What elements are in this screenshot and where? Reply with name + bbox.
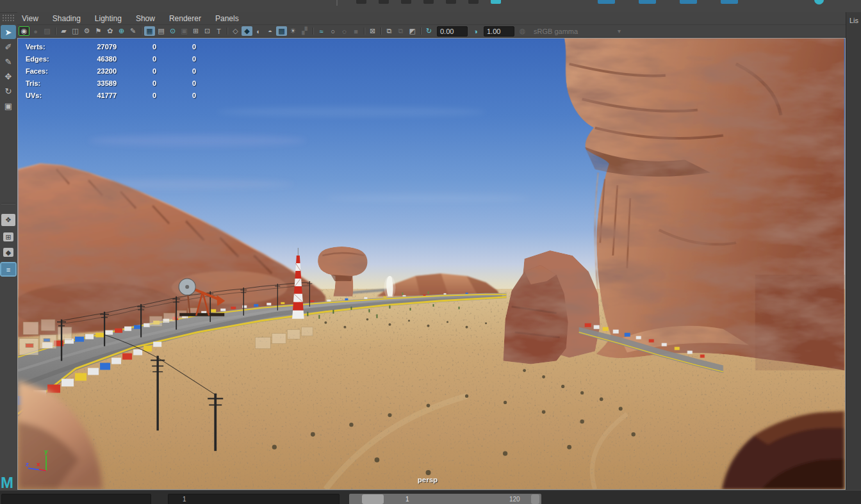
menu-renderer[interactable]: Renderer <box>169 14 201 23</box>
time-slider-strip: 1 1 120 <box>0 491 861 504</box>
panel-toolbar: ◉ ● ▨ ▰ ◫ ⚙ ⚑ ✿ ⊕ ✎ <box>17 25 846 38</box>
pause-viewport-icon[interactable]: ● <box>30 26 41 36</box>
isolate-select-icon[interactable]: ⊠ <box>367 26 378 36</box>
xray-active-icon[interactable]: ⧉ <box>395 26 406 36</box>
toolbox: ➤ ✐ ✎ ✥ ↻ ▣ ❖ ⊞ ◆ ≡ M <box>0 13 17 490</box>
snap-icon[interactable] <box>680 0 697 4</box>
separator[interactable] <box>311 26 315 36</box>
safe-action-icon[interactable]: ⊡ <box>202 26 213 36</box>
maya-window: ➤ ✐ ✎ ✥ ↻ ▣ ❖ ⊞ ◆ ≡ M <box>0 0 861 504</box>
single-pane-layout[interactable]: ❖ <box>1 214 15 226</box>
geyser <box>384 276 395 299</box>
use-all-lights-icon[interactable]: ☀ <box>288 26 299 36</box>
status-line <box>0 0 861 13</box>
motion-blur-icon[interactable]: ○ <box>327 26 338 36</box>
ssao-icon[interactable]: ≈ <box>316 26 327 36</box>
hoodoo-rock <box>564 38 845 371</box>
lasso-tool[interactable]: ✐ <box>1 40 16 54</box>
bookmark-icon[interactable]: ⚑ <box>93 26 104 36</box>
snapshot-icon[interactable]: ▨ <box>42 26 53 36</box>
toolbox-tools: ➤ ✐ ✎ ✥ ↻ ▣ <box>1 24 16 113</box>
color-management-icon[interactable]: ◍ <box>517 26 528 36</box>
range-end-label: 120 <box>509 496 520 503</box>
shadows-icon[interactable]: ▞ <box>299 26 310 36</box>
history-icon[interactable] <box>814 0 824 4</box>
pane-toggle-layout[interactable]: ◆ <box>3 248 13 257</box>
viewport[interactable]: persp persp y z x Verts: <box>17 38 846 490</box>
gate-mask-icon[interactable]: ▣ <box>179 26 190 36</box>
time-slider-field-2[interactable]: 1 <box>168 494 340 504</box>
status-line-icon[interactable] <box>468 0 479 4</box>
status-line-icon[interactable] <box>356 0 366 4</box>
snap-icon[interactable] <box>491 0 501 4</box>
outliner-pane-layout[interactable]: ≡ <box>1 263 15 275</box>
viewport-scene[interactable]: persp persp y z x <box>18 38 845 489</box>
pan-zoom-icon[interactable]: ⊕ <box>116 26 127 36</box>
camera-label: persp persp <box>418 476 438 484</box>
snap-icon[interactable] <box>598 0 615 4</box>
paint-select-tool[interactable]: ✎ <box>1 54 16 69</box>
axis-z-label: z <box>26 460 29 467</box>
separator[interactable] <box>379 26 383 36</box>
move-tool[interactable]: ✥ <box>1 69 16 83</box>
snap-icon[interactable] <box>639 0 656 4</box>
renderer-indicator-icon[interactable]: ◉ <box>19 26 29 36</box>
depth-of-field-icon[interactable]: ■ <box>350 26 361 36</box>
toolbox-divider <box>1 203 15 204</box>
attribute-editor-strip[interactable]: Lis <box>846 12 861 490</box>
attribute-editor-menu[interactable]: Lis <box>849 17 858 24</box>
menu-view[interactable]: View <box>22 14 38 23</box>
separator[interactable] <box>362 26 366 36</box>
snap-icon[interactable] <box>721 0 738 4</box>
scale-tool[interactable]: ▣ <box>1 99 16 113</box>
gamma-icon[interactable]: ◑ <box>470 26 481 36</box>
current-frame-value: 1 <box>183 496 186 503</box>
lock-camera-icon[interactable]: ◫ <box>70 26 81 36</box>
grease-pencil-icon[interactable]: ✎ <box>127 26 138 36</box>
menu-panels[interactable]: Panels <box>215 14 239 23</box>
range-slider-handle-end[interactable] <box>531 494 539 504</box>
svg-text:persp: persp <box>418 476 438 484</box>
gamma-field[interactable]: 1.00 <box>484 26 514 37</box>
axis-x-label: x <box>37 460 40 467</box>
film-gate-icon[interactable]: ▤ <box>156 26 167 36</box>
separator[interactable] <box>225 26 229 36</box>
textured-icon[interactable]: ▩ <box>276 26 287 36</box>
default-material-icon[interactable]: ◓ <box>265 26 275 36</box>
safe-title-icon[interactable]: T <box>213 26 224 36</box>
xray-joints-icon[interactable]: ◩ <box>407 26 418 36</box>
range-slider[interactable]: 1 120 <box>349 494 541 504</box>
image-plane-icon[interactable]: ✿ <box>104 26 115 36</box>
rotate-tool[interactable]: ↻ <box>1 84 16 98</box>
axis-y-label: y <box>44 448 48 455</box>
menu-shading[interactable]: Shading <box>53 14 81 23</box>
menu-show[interactable]: Show <box>136 14 155 23</box>
xray-icon[interactable]: ⧉ <box>384 26 395 36</box>
antialias-icon[interactable]: ◌ <box>339 26 350 36</box>
status-line-icon[interactable] <box>379 0 389 4</box>
range-start-label: 1 <box>406 496 409 503</box>
view-transform-dropdown[interactable]: sRGB gamma <box>529 26 621 36</box>
menu-lighting[interactable]: Lighting <box>95 14 122 23</box>
wireframe-icon[interactable]: ◇ <box>230 26 241 36</box>
select-camera-icon[interactable]: ▰ <box>58 26 69 36</box>
exposure-field[interactable]: 0.00 <box>437 26 468 37</box>
resolution-gate-icon[interactable]: ⊙ <box>167 26 178 36</box>
time-slider-field-1[interactable] <box>1 494 151 504</box>
field-chart-icon[interactable]: ⊞ <box>190 26 201 36</box>
lighted-icon[interactable]: ◐ <box>253 26 264 36</box>
separator[interactable] <box>53 26 58 36</box>
shaded-icon[interactable]: ◆ <box>242 26 252 36</box>
separator[interactable] <box>418 26 423 36</box>
status-line-icon[interactable] <box>401 0 411 4</box>
exposure-icon[interactable]: ↻ <box>423 26 434 36</box>
toolbox-grip[interactable] <box>2 14 15 22</box>
grid-icon[interactable]: ▦ <box>144 26 155 36</box>
status-line-icon[interactable] <box>446 0 456 4</box>
four-pane-layout[interactable]: ⊞ <box>3 232 13 241</box>
camera-attributes-icon[interactable]: ⚙ <box>81 26 92 36</box>
select-tool[interactable]: ➤ <box>1 25 16 39</box>
status-line-icon[interactable] <box>423 0 434 4</box>
range-slider-handle-start[interactable] <box>362 494 384 504</box>
separator[interactable] <box>139 26 144 36</box>
